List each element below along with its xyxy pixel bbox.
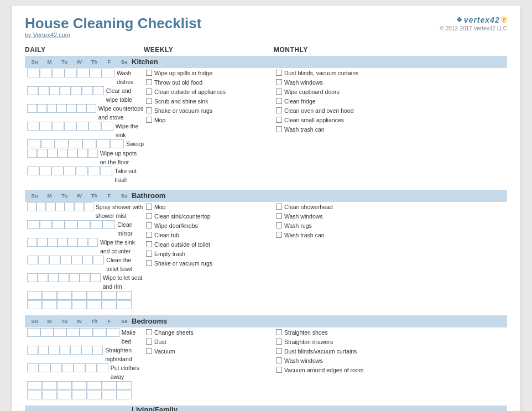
day-checkbox-cell[interactable] [65,202,74,211]
day-checkbox-cell[interactable] [51,167,64,175]
day-checkbox-cell[interactable] [102,300,117,309]
day-checkbox-cell[interactable] [42,381,57,390]
monthly-task-checkbox[interactable] [276,357,282,363]
day-checkbox-cell[interactable] [39,167,51,175]
day-checkbox-cell[interactable] [27,202,36,211]
day-checkbox-cell[interactable] [65,69,77,77]
day-checkbox-cell[interactable] [54,328,67,337]
monthly-task-checkbox[interactable] [276,339,282,345]
weekly-task-checkbox[interactable] [146,329,152,335]
day-checkbox-cell[interactable] [88,122,101,131]
day-checkbox-cell[interactable] [52,122,64,131]
day-checkbox-cell[interactable] [86,104,96,113]
day-checkbox-cell[interactable] [38,346,49,355]
day-checkbox-cell[interactable] [38,256,49,264]
day-checkbox-cell[interactable] [47,104,57,113]
day-checkbox-cell[interactable] [39,122,51,131]
day-checkbox-cell[interactable] [60,256,71,264]
day-checkbox-cell[interactable] [117,391,132,399]
day-checkbox-cell[interactable] [64,122,76,131]
monthly-task-checkbox[interactable] [276,79,282,85]
day-checkbox-cell[interactable] [71,256,82,264]
day-checkbox-cell[interactable] [39,363,50,372]
day-checkbox-cell[interactable] [90,220,103,229]
day-checkbox-cell[interactable] [90,273,101,282]
day-checkbox-cell[interactable] [76,167,88,175]
day-checkbox-cell[interactable] [27,346,38,355]
day-checkbox-cell[interactable] [36,202,46,211]
day-checkbox-cell[interactable] [57,291,72,300]
day-checkbox-cell[interactable] [49,346,60,355]
weekly-task-checkbox[interactable] [146,107,152,113]
day-checkbox-cell[interactable] [74,202,84,211]
day-checkbox-cell[interactable] [27,256,38,264]
day-checkbox-cell[interactable] [76,104,86,113]
day-checkbox-cell[interactable] [48,273,59,282]
day-checkbox-cell[interactable] [38,86,49,95]
day-checkbox-cell[interactable] [81,346,92,355]
weekly-task-checkbox[interactable] [146,241,152,247]
day-checkbox-cell[interactable] [40,69,53,77]
day-checkbox-cell[interactable] [27,149,37,158]
day-checkbox-cell[interactable] [41,139,55,148]
monthly-task-checkbox[interactable] [276,89,282,95]
day-checkbox-cell[interactable] [49,256,60,264]
day-checkbox-cell[interactable] [49,86,60,95]
day-checkbox-cell[interactable] [58,149,67,158]
day-checkbox-cell[interactable] [69,139,82,148]
day-checkbox-cell[interactable] [90,69,102,77]
day-checkbox-cell[interactable] [87,391,102,399]
day-checkbox-cell[interactable] [87,291,102,300]
monthly-task-checkbox[interactable] [276,126,282,132]
day-checkbox-cell[interactable] [27,363,39,372]
day-checkbox-cell[interactable] [55,139,69,148]
day-checkbox-cell[interactable] [97,363,108,372]
day-checkbox-cell[interactable] [27,167,39,175]
day-checkbox-cell[interactable] [66,104,76,113]
day-checkbox-cell[interactable] [46,202,55,211]
day-checkbox-cell[interactable] [82,139,96,148]
day-checkbox-cell[interactable] [102,381,117,390]
day-checkbox-cell[interactable] [27,122,39,131]
day-checkbox-cell[interactable] [117,300,132,309]
day-checkbox-cell[interactable] [72,291,87,300]
day-checkbox-cell[interactable] [93,328,106,337]
monthly-task-checkbox[interactable] [276,348,282,354]
day-checkbox-cell[interactable] [110,139,124,148]
day-checkbox-cell[interactable] [84,202,93,211]
weekly-task-checkbox[interactable] [146,339,152,345]
day-checkbox-cell[interactable] [60,86,71,95]
header-link[interactable]: by Vertex42.com [25,32,70,38]
day-checkbox-cell[interactable] [27,273,38,282]
day-checkbox-cell[interactable] [42,391,57,399]
weekly-task-checkbox[interactable] [146,348,152,354]
monthly-task-checkbox[interactable] [276,70,282,76]
day-checkbox-cell[interactable] [87,300,102,309]
day-checkbox-cell[interactable] [72,300,87,309]
weekly-task-checkbox[interactable] [146,117,152,123]
day-checkbox-cell[interactable] [57,300,72,309]
weekly-task-checkbox[interactable] [146,222,152,228]
day-checkbox-cell[interactable] [60,346,71,355]
day-checkbox-cell[interactable] [40,220,53,229]
day-checkbox-cell[interactable] [102,291,117,300]
weekly-task-checkbox[interactable] [146,251,152,257]
monthly-task-checkbox[interactable] [276,117,282,123]
weekly-task-checkbox[interactable] [146,70,152,76]
day-checkbox-cell[interactable] [102,391,117,399]
day-checkbox-cell[interactable] [77,220,90,229]
weekly-task-checkbox[interactable] [146,232,152,238]
monthly-task-checkbox[interactable] [276,213,282,219]
day-checkbox-cell[interactable] [80,273,90,282]
day-checkbox-cell[interactable] [64,167,76,175]
day-checkbox-cell[interactable] [85,363,97,372]
monthly-task-checkbox[interactable] [276,222,282,228]
day-checkbox-cell[interactable] [27,220,40,229]
day-checkbox-cell[interactable] [93,256,104,264]
day-checkbox-cell[interactable] [72,391,87,399]
day-checkbox-cell[interactable] [57,391,72,399]
day-checkbox-cell[interactable] [77,149,87,158]
day-checkbox-cell[interactable] [65,220,77,229]
day-checkbox-cell[interactable] [82,86,93,95]
day-checkbox-cell[interactable] [67,238,77,247]
